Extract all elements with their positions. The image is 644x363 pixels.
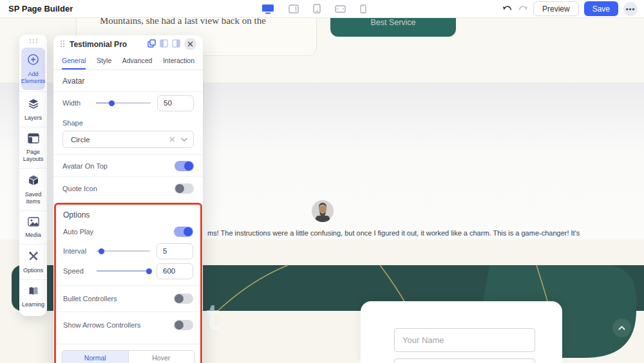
avatar-on-top-label: Avatar On Top [62,162,175,170]
state-tab-normal[interactable]: Normal [62,351,129,363]
tab-advanced[interactable]: Advanced [122,53,153,70]
bullet-controllers-label: Bullet Controllers [63,295,174,302]
viewport-small-mobile-icon[interactable] [360,5,366,14]
saved-items-icon [28,174,39,189]
sidebar-item-saved-items[interactable]: Saved Items [19,168,47,210]
interval-value-input[interactable] [156,243,193,259]
chevron-up-icon [618,326,625,330]
interval-slider[interactable] [97,250,150,252]
options-highlight-box: Options Auto Play Interval Speed [54,203,202,363]
learning-book-icon [28,286,39,299]
avatar-on-top-row: Avatar On Top [53,155,203,176]
dock-right-icon[interactable] [172,39,180,50]
bullet-controllers-row: Bullet Controllers [56,286,200,312]
bullet-controllers-toggle[interactable] [174,293,193,304]
speed-value-input[interactable] [156,263,193,279]
redo-icon[interactable] [518,3,528,15]
width-slider[interactable] [96,102,151,104]
width-value-input[interactable] [157,95,194,111]
more-options-button[interactable]: ••• [623,2,638,16]
layers-icon [28,98,39,112]
panel-header: Testimonial Pro [53,35,203,53]
sidebar-item-learning[interactable]: Learning [19,279,47,313]
page-builder-app: Mountains, she had a last view back on t… [0,0,644,363]
copy-element-icon[interactable] [147,39,156,50]
speed-slider[interactable] [97,270,150,272]
add-elements-icon [27,53,39,68]
arrows-controllers-row: Show Arrows Controllers [56,312,200,338]
panel-title: Testimonial Pro [70,40,143,49]
close-panel-button[interactable] [184,38,196,50]
tab-general[interactable]: General [62,53,86,70]
testimonial-pro-settings-panel: Testimonial Pro General Style Advanced [53,35,203,363]
viewport-switcher [261,0,366,17]
undo-icon[interactable] [502,3,513,15]
sidebar-item-add-elements[interactable]: Add Elements [21,48,45,90]
tab-interaction[interactable]: Interaction [163,53,194,70]
options-section-heading: Options [56,205,200,222]
state-tab-hover[interactable]: Hover [129,351,194,363]
sidebar-item-options[interactable]: Options [19,244,47,279]
sidebar-item-media[interactable]: Media [19,210,47,244]
shape-label: Shape [53,114,203,128]
arrows-controllers-toggle[interactable] [174,320,193,330]
viewport-tablet-icon[interactable] [289,5,299,14]
sidebar-item-layers[interactable]: Layers [19,91,47,127]
avatar-on-top-toggle[interactable] [175,161,194,171]
page-layouts-icon [28,133,39,146]
viewport-mobile-icon[interactable] [313,4,321,14]
your-name-input[interactable] [394,328,535,352]
app-title: SP Page Builder [8,4,73,14]
quote-icon-toggle[interactable] [175,183,194,194]
contact-form-card [361,301,562,363]
auto-play-row: Auto Play [56,222,200,241]
chevron-down-icon [181,138,187,142]
panel-header-icons [147,38,196,50]
speed-row: Speed [56,261,200,281]
speed-label: Speed [63,267,97,275]
avatar-section-heading: Avatar [53,70,203,92]
quote-icon-label: Quote Icon [62,185,175,192]
interval-label: Interval [63,247,97,255]
shape-selected-value: Circle [71,136,169,144]
state-tabs-wrap: Normal Hover [56,344,200,363]
panel-tabs: General Style Advanced Interaction [53,53,203,70]
avatar-width-row: Width [53,92,203,114]
sidebar-drag-handle-icon[interactable] [19,35,47,46]
auto-play-label: Auto Play [63,228,174,236]
options-tools-icon [28,250,39,265]
interval-row: Interval [56,241,200,261]
quote-icon-row: Quote Icon [53,177,203,200]
clear-selection-icon[interactable] [169,136,175,142]
dock-left-icon[interactable] [160,39,168,50]
width-label: Width [62,99,96,107]
scroll-to-top-button[interactable] [612,319,631,337]
viewport-landscape-icon[interactable] [335,5,346,13]
tab-style[interactable]: Style [97,53,111,70]
close-icon [187,41,193,47]
media-icon [28,217,39,229]
toolbar-actions: Preview Save ••• [502,0,638,17]
sidebar-item-page-layouts[interactable]: Page Layouts [19,127,47,168]
testimonial-avatar [312,200,334,222]
viewport-desktop-icon[interactable] [261,4,274,14]
state-tabs: Normal Hover [62,350,194,363]
builder-sidebar: Add Elements Layers Page Layouts Saved I… [19,35,47,316]
top-toolbar: SP Page Builder [0,0,644,18]
save-button[interactable]: Save [584,1,618,16]
arrows-controllers-label: Show Arrows Controllers [63,321,174,329]
auto-play-toggle[interactable] [174,227,193,237]
second-form-input[interactable] [394,358,535,363]
panel-drag-handle-icon[interactable] [60,39,65,50]
shape-select[interactable]: Circle [62,131,194,148]
preview-button[interactable]: Preview [533,1,579,16]
testimonial-line1: ms! The instructions were a little confu… [207,229,580,237]
